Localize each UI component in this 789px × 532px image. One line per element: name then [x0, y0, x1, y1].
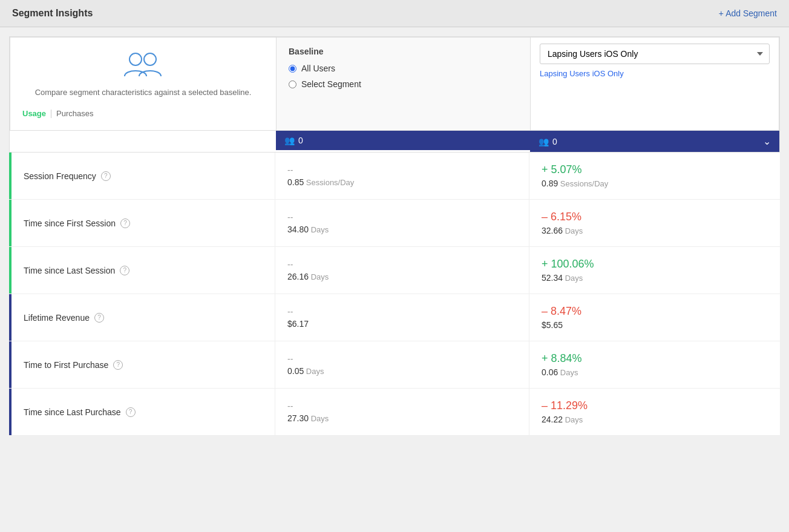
baseline-dash: --: [287, 307, 517, 317]
pct-value: – 8.47%: [542, 305, 768, 318]
segment-value: $5.65: [542, 320, 768, 330]
main-content: Compare segment characteristics against …: [0, 27, 789, 445]
baseline-dash: --: [287, 260, 517, 269]
row-label-3: Lifetime Revenue ?: [9, 294, 275, 341]
pct-value: + 100.06%: [542, 258, 768, 271]
radio-select-segment[interactable]: Select Segment: [289, 79, 518, 89]
baseline-value: $6.17: [287, 319, 517, 329]
row-label-text: Time since Last Session: [24, 266, 115, 275]
segment-value: 0.89 Sessions/Day: [542, 179, 768, 188]
radio-label-select-segment: Select Segment: [301, 79, 361, 89]
tab-usage[interactable]: Usage: [22, 109, 46, 118]
table-row: Time to First Purchase ? -- 0.05 Days + …: [9, 341, 780, 389]
pct-value: – 6.15%: [542, 211, 768, 223]
row-segment-0: + 5.07% 0.89 Sessions/Day: [529, 153, 780, 199]
top-panel-inner: Compare segment characteristics against …: [10, 37, 779, 131]
count-left-value: 0: [298, 136, 303, 145]
row-label-2: Time since Last Session ?: [9, 247, 275, 294]
table-row: Lifetime Revenue ? -- $6.17 – 8.47% $5.6…: [9, 294, 780, 341]
row-baseline-5: -- 27.30 Days: [275, 389, 529, 435]
radio-group: All Users Select Segment: [289, 64, 518, 89]
baseline-value: 27.30 Days: [287, 413, 517, 423]
panel-left: Compare segment characteristics against …: [10, 38, 277, 130]
pct-value: – 11.29%: [542, 399, 768, 412]
table-row: Session Frequency ? -- 0.85 Sessions/Day…: [9, 153, 780, 200]
tab-divider: [51, 110, 51, 118]
baseline-dash: --: [287, 165, 517, 175]
row-baseline-3: -- $6.17: [275, 294, 529, 341]
segment-value: 24.22 Days: [542, 415, 768, 424]
tab-purchases[interactable]: Purchases: [56, 109, 93, 118]
help-icon[interactable]: ?: [126, 407, 136, 417]
help-icon[interactable]: ?: [101, 171, 111, 181]
svg-point-1: [144, 53, 156, 65]
data-rows: Session Frequency ? -- 0.85 Sessions/Day…: [9, 153, 780, 436]
baseline-value: 0.05 Days: [287, 366, 517, 376]
row-label-text: Lifetime Revenue: [24, 313, 90, 323]
row-baseline-0: -- 0.85 Sessions/Day: [275, 153, 529, 199]
row-baseline-4: -- 0.05 Days: [275, 341, 529, 388]
table-row: Time since First Session ? -- 34.80 Days…: [9, 200, 780, 247]
users-icon-left: 👥: [284, 136, 295, 145]
baseline-dash: --: [287, 354, 517, 364]
row-label-text: Time since Last Purchase: [24, 407, 121, 417]
segment-dropdown[interactable]: Lapsing Users iOS Only: [540, 44, 770, 64]
segment-value: 52.34 Days: [542, 273, 768, 283]
top-bar: Segment Insights + Add Segment: [0, 0, 789, 27]
description-text: Compare segment characteristics against …: [35, 88, 252, 97]
row-segment-4: + 8.84% 0.06 Days: [529, 341, 780, 388]
segment-value: 32.66 Days: [542, 226, 768, 235]
baseline-value: 0.85 Sessions/Day: [287, 177, 517, 187]
count-bar-right: 👥 0 ⌄: [530, 131, 779, 152]
baseline-value: 34.80 Days: [287, 225, 517, 234]
table-row: Time since Last Session ? -- 26.16 Days …: [9, 247, 780, 294]
top-panel: Compare segment characteristics against …: [9, 36, 780, 153]
baseline-dash: --: [287, 401, 517, 411]
users-compare-icon: [122, 50, 165, 82]
help-icon[interactable]: ?: [120, 266, 129, 275]
row-label-1: Time since First Session ?: [9, 200, 275, 246]
row-label-5: Time since Last Purchase ?: [9, 389, 275, 435]
row-label-text: Time to First Purchase: [24, 360, 108, 370]
segment-link[interactable]: Lapsing Users iOS Only: [540, 69, 770, 78]
pct-value: + 5.07%: [542, 163, 768, 176]
baseline-value: 26.16 Days: [287, 272, 517, 281]
page-title: Segment Insights: [12, 8, 93, 19]
panel-middle: Baseline All Users Select Segment: [277, 38, 531, 130]
radio-all-users[interactable]: All Users: [289, 64, 518, 73]
table-row: Time since Last Purchase ? -- 27.30 Days…: [9, 389, 780, 436]
segment-value: 0.06 Days: [542, 367, 768, 377]
pct-value: + 8.84%: [542, 352, 768, 365]
tab-row: Usage Purchases: [22, 109, 93, 118]
users-icon-right: 👥: [539, 137, 549, 146]
baseline-title: Baseline: [289, 47, 518, 56]
svg-point-0: [129, 53, 142, 65]
col-left-count: [10, 131, 276, 152]
row-baseline-2: -- 26.16 Days: [275, 247, 529, 294]
row-segment-1: – 6.15% 32.66 Days: [529, 200, 780, 246]
row-label-text: Session Frequency: [24, 171, 96, 181]
help-icon[interactable]: ?: [120, 218, 130, 228]
row-baseline-1: -- 34.80 Days: [275, 200, 529, 246]
radio-label-all-users: All Users: [301, 64, 335, 73]
col-mid-count: 👥 0: [276, 131, 530, 152]
help-icon[interactable]: ?: [94, 313, 104, 323]
col-right-count: 👥 0 ⌄: [530, 131, 779, 152]
baseline-dash: --: [287, 212, 517, 222]
panel-right: Lapsing Users iOS Only Lapsing Users iOS…: [531, 38, 779, 130]
add-segment-button[interactable]: + Add Segment: [719, 8, 777, 18]
count-bars: 👥 0 👥 0 ⌄: [10, 131, 779, 152]
help-icon[interactable]: ?: [113, 360, 123, 370]
row-label-text: Time since First Session: [24, 218, 116, 228]
row-segment-2: + 100.06% 52.34 Days: [529, 247, 780, 294]
chevron-down-icon: ⌄: [763, 136, 771, 147]
row-label-4: Time to First Purchase ?: [9, 341, 275, 388]
count-right-value: 0: [552, 137, 557, 146]
row-segment-3: – 8.47% $5.65: [529, 294, 780, 341]
row-segment-5: – 11.29% 24.22 Days: [529, 389, 780, 435]
count-bar-left: 👥 0: [276, 131, 530, 150]
row-label-0: Session Frequency ?: [9, 153, 275, 199]
